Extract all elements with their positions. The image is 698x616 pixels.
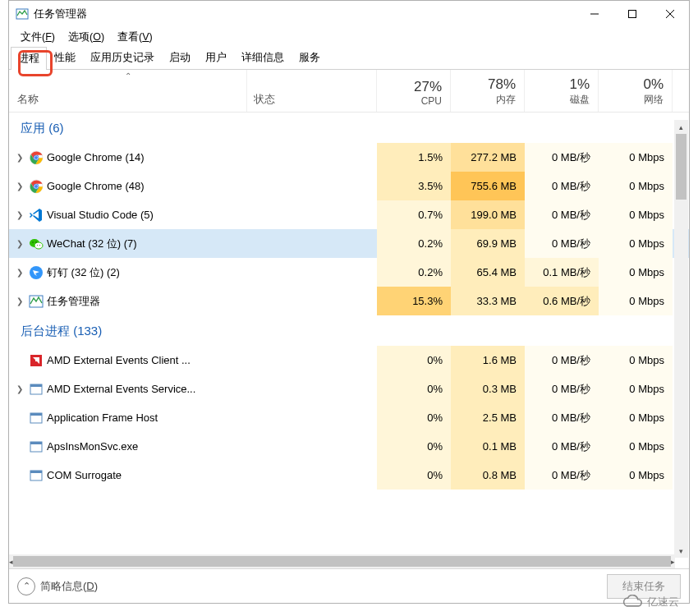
menu-file[interactable]: 文件(F) xyxy=(14,29,62,46)
horizontal-scrollbar[interactable]: ◂ ▸ xyxy=(9,554,675,568)
chevron-up-circle-icon: ⌃ xyxy=(17,577,35,595)
metric-cell: 0 Mbps xyxy=(599,461,673,490)
tab-users[interactable]: 用户 xyxy=(198,46,234,69)
metric-cell: 0 MB/秒 xyxy=(525,229,599,258)
menubar: 文件(F) 选项(O) 查看(V) xyxy=(9,27,689,47)
metric-cell: 15.3% xyxy=(377,287,451,315)
process-row[interactable]: ❯COM Surrogate0%0.8 MB0 MB/秒0 Mbps xyxy=(9,461,689,490)
menu-view[interactable]: 查看(V) xyxy=(111,29,159,46)
column-headers: ⌃ 名称 状态 27% CPU 78% 内存 1% 磁盘 0% 网络 xyxy=(9,70,689,113)
metric-cell: 65.4 MB xyxy=(451,258,525,287)
metric-cell: 0 Mbps xyxy=(599,432,673,461)
minimize-button[interactable] xyxy=(576,1,613,27)
header-status[interactable]: 状态 xyxy=(247,70,377,112)
vertical-scrollbar[interactable]: ▴ ▾ xyxy=(674,120,688,558)
svg-rect-25 xyxy=(30,384,42,387)
metric-cell: 0.1 MB/秒 xyxy=(525,258,599,287)
tab-details[interactable]: 详细信息 xyxy=(234,46,292,69)
task-manager-window: 任务管理器 文件(F) 选项(O) 查看(V) 进程 性能 应用历史记录 启动 … xyxy=(8,0,690,604)
expand-icon[interactable]: ❯ xyxy=(14,239,25,248)
process-row[interactable]: ❯WeChat (32 位) (7)0.2%69.9 MB0 MB/秒0 Mbp… xyxy=(9,229,689,258)
process-name: Google Chrome (14) xyxy=(47,151,145,163)
expand-icon[interactable]: ❯ xyxy=(14,297,25,306)
expand-icon[interactable]: ❯ xyxy=(14,384,25,393)
expand-icon[interactable]: ❯ xyxy=(14,182,25,191)
scroll-thumb-v[interactable] xyxy=(676,134,687,200)
svg-rect-31 xyxy=(30,471,42,473)
metric-cell: 0% xyxy=(377,375,451,403)
scroll-up-icon[interactable]: ▴ xyxy=(674,120,688,134)
metric-cell: 0.2% xyxy=(377,258,451,287)
maximize-button[interactable] xyxy=(613,1,651,27)
process-name-cell: ❯AMD External Events Client ... xyxy=(9,353,247,368)
expand-icon[interactable]: ❯ xyxy=(14,210,25,219)
metric-cell: 1.6 MB xyxy=(451,346,525,375)
tabbar: 进程 性能 应用历史记录 启动 用户 详细信息 服务 xyxy=(9,47,689,70)
tab-processes[interactable]: 进程 xyxy=(11,47,47,70)
process-name: Application Frame Host xyxy=(47,411,158,424)
header-disk[interactable]: 1% 磁盘 xyxy=(525,70,599,112)
svg-rect-27 xyxy=(30,413,42,416)
metric-cell: 0 Mbps xyxy=(599,229,673,258)
process-name: 钉钉 (32 位) (2) xyxy=(47,265,120,280)
metric-cell: 3.5% xyxy=(377,172,451,200)
header-cpu[interactable]: 27% CPU xyxy=(377,70,451,112)
metric-cell: 0% xyxy=(377,403,451,432)
tab-startup[interactable]: 启动 xyxy=(162,46,198,69)
svg-point-17 xyxy=(32,241,34,243)
svg-point-18 xyxy=(35,241,37,243)
tab-services[interactable]: 服务 xyxy=(292,46,328,69)
process-row[interactable]: ❯任务管理器15.3%33.3 MB0.6 MB/秒0 Mbps xyxy=(9,287,689,315)
process-name-cell: ❯AMD External Events Service... xyxy=(9,382,247,397)
metric-cell: 755.6 MB xyxy=(451,172,525,200)
metric-cell: 0 Mbps xyxy=(599,346,673,375)
process-row[interactable]: ❯Visual Studio Code (5)0.7%199.0 MB0 MB/… xyxy=(9,200,689,229)
brief-info-button[interactable]: ⌃ 简略信息(D) xyxy=(17,577,98,595)
header-network[interactable]: 0% 网络 xyxy=(599,70,673,112)
window-title: 任务管理器 xyxy=(34,7,576,21)
header-name[interactable]: ⌃ 名称 xyxy=(9,70,247,112)
dingtalk-icon xyxy=(29,265,44,280)
metric-cell: 0 MB/秒 xyxy=(525,375,599,403)
metric-cell: 0 MB/秒 xyxy=(525,200,599,229)
svg-point-14 xyxy=(34,185,38,188)
process-name: COM Surrogate xyxy=(47,469,122,481)
expand-icon[interactable]: ❯ xyxy=(14,268,25,277)
process-name: WeChat (32 位) (7) xyxy=(47,237,137,251)
process-name-cell: ❯Google Chrome (48) xyxy=(9,179,247,194)
metric-cell: 0% xyxy=(377,432,451,461)
svg-point-9 xyxy=(34,156,38,159)
expand-icon: ❯ xyxy=(14,471,25,480)
metric-cell: 0 MB/秒 xyxy=(525,172,599,200)
process-row[interactable]: ❯Google Chrome (48)3.5%755.6 MB0 MB/秒0 M… xyxy=(9,172,689,200)
process-name-cell: ❯ApsInsMonSvc.exe xyxy=(9,439,247,454)
expand-icon: ❯ xyxy=(14,413,25,422)
metric-cell: 0.1 MB xyxy=(451,432,525,461)
end-task-button[interactable]: 结束任务 xyxy=(607,574,681,599)
footer: ⌃ 简略信息(D) 结束任务 xyxy=(9,568,689,603)
process-name: ApsInsMonSvc.exe xyxy=(47,440,138,453)
wechat-icon xyxy=(29,237,44,251)
close-button[interactable] xyxy=(651,1,689,27)
metric-cell: 199.0 MB xyxy=(451,200,525,229)
header-memory[interactable]: 78% 内存 xyxy=(451,70,525,112)
menu-options[interactable]: 选项(O) xyxy=(62,29,111,46)
process-name-cell: ❯Application Frame Host xyxy=(9,411,247,425)
process-row[interactable]: ❯钉钉 (32 位) (2)0.2%65.4 MB0.1 MB/秒0 Mbps xyxy=(9,258,689,287)
process-row[interactable]: ❯Application Frame Host0%2.5 MB0 MB/秒0 M… xyxy=(9,403,689,432)
scroll-down-icon[interactable]: ▾ xyxy=(674,544,688,558)
tab-app-history[interactable]: 应用历史记录 xyxy=(83,46,162,69)
process-row[interactable]: ❯AMD External Events Service...0%0.3 MB0… xyxy=(9,375,689,403)
expand-icon[interactable]: ❯ xyxy=(14,153,25,162)
scroll-thumb-h[interactable] xyxy=(13,556,671,567)
process-row[interactable]: ❯ApsInsMonSvc.exe0%0.1 MB0 MB/秒0 Mbps xyxy=(9,432,689,461)
metric-cell: 1.5% xyxy=(377,143,451,172)
metric-cell: 0.6 MB/秒 xyxy=(525,287,599,315)
taskmgr-icon xyxy=(29,294,44,309)
process-row[interactable]: ❯Google Chrome (14)1.5%277.2 MB0 MB/秒0 M… xyxy=(9,143,689,172)
svg-rect-2 xyxy=(629,11,636,18)
metric-cell: 0 Mbps xyxy=(599,403,673,432)
tab-performance[interactable]: 性能 xyxy=(47,46,83,69)
svg-rect-29 xyxy=(30,442,42,444)
process-row[interactable]: ❯AMD External Events Client ...0%1.6 MB0… xyxy=(9,346,689,375)
